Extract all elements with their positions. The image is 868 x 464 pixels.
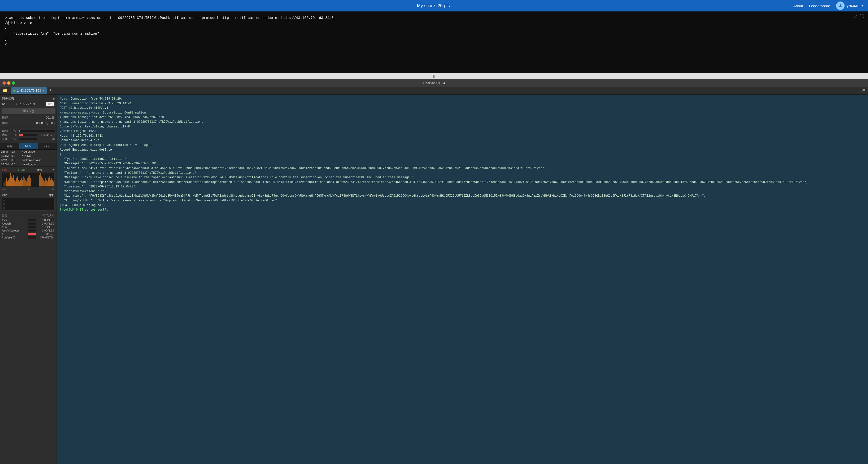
- terminal-prompt: >: [5, 41, 863, 47]
- terminal-line: "Signature" : "F9V8C8XfPsS8sgDiGiVSxzLE/…: [60, 194, 865, 198]
- grid-icon[interactable]: ⊞: [861, 88, 867, 93]
- cpu-percent: 3%: [12, 129, 18, 132]
- disk-size: 1.7G/1.9G: [37, 226, 55, 229]
- terminal-log[interactable]: Ncat: Connection from 54.239.98.29.Ncat:…: [57, 95, 868, 464]
- separator-icon: ⇅: [433, 74, 436, 79]
- net-chart-bar: [19, 181, 20, 187]
- expand-icon[interactable]: ⤢: [854, 14, 858, 20]
- net-chart-bar: [36, 180, 36, 187]
- proc-name: barad_agent: [22, 163, 56, 166]
- latency-value: 0ms: [2, 193, 7, 197]
- disk-path: /: [2, 232, 27, 235]
- user-menu[interactable]: yaxuan ▾: [836, 1, 863, 10]
- net-chart-bar: [44, 181, 44, 187]
- disk-header: 路径 可用/大小: [2, 214, 55, 218]
- folder-icon[interactable]: 📁: [1, 88, 9, 93]
- net-chart-bar: [6, 178, 6, 187]
- net-stats-row: ↑4K ↓7988 eth0 ▾: [2, 168, 55, 171]
- net-chart-bar: [26, 181, 27, 187]
- terminal-line: POST /@tbic.wiz.io HTTP/1.1: [60, 106, 865, 110]
- status-row: 同步状态: [2, 96, 55, 101]
- cpu-label: CPU: [2, 129, 11, 132]
- ip-value: 43.155.79.163: [16, 103, 35, 106]
- uptime-label: 运行: [2, 116, 8, 120]
- net-dropdown-icon[interactable]: ▾: [53, 168, 55, 171]
- load-value: 0.00, 0.03, 0.05: [34, 122, 55, 125]
- net-chart-bar: [43, 180, 43, 187]
- terminal-line: Ncat: Connection from 54.239.98.29:14141…: [60, 101, 865, 106]
- disk-bar-wrap: [28, 226, 36, 228]
- proc-cpu: 1.7: [11, 150, 22, 153]
- net-chart-bar: [20, 180, 21, 187]
- terminal-line: Connection: Keep-Alive: [60, 138, 865, 143]
- disk-path: /dev: [2, 219, 27, 222]
- terminal-line: "Message" : "You have chosen to subscrib…: [60, 175, 865, 180]
- tab-item-1[interactable]: 1 43.155.79.163 ✕: [11, 87, 47, 94]
- tab-close-button[interactable]: ✕: [42, 89, 44, 92]
- status-indicator: [53, 98, 55, 100]
- mem-bar: [19, 134, 23, 136]
- net-chart-bar: [12, 178, 13, 187]
- disk-path: /dev/shm: [2, 222, 27, 225]
- proc-mem: 15.3M: [1, 163, 11, 166]
- proc-tab-cmd[interactable]: 命令: [38, 143, 57, 150]
- copy-ip-button[interactable]: 复制: [46, 102, 55, 106]
- mem-bar-wrap: [19, 134, 37, 136]
- terminal-line: "MessageId" : "d2da2f55-3bf2-4233-8507-7…: [60, 161, 865, 166]
- net-chart-bar: [48, 178, 49, 187]
- terminal-toolbar: ⤢ ⛶: [854, 14, 864, 20]
- terminal-line: "TopicArn" : "arn:aws:sns:us-east-1:0922…: [60, 171, 865, 175]
- net-chart-bar: [34, 176, 34, 187]
- tab-add-button[interactable]: +: [48, 88, 53, 93]
- disk-size: 0/9.7G: [37, 232, 55, 235]
- proc-tab-cpu[interactable]: CPU: [19, 143, 38, 150]
- net-chart-bar: [27, 178, 28, 187]
- net-scale-9k: 9K: [27, 188, 30, 191]
- nav-right: About Leaderboard yaxuan ▾: [793, 1, 863, 10]
- process-item: 15.1M0.3YDLive: [0, 154, 57, 158]
- net-chart-bar: [18, 180, 19, 187]
- disk-size: 1.9G/1.9G: [37, 222, 55, 225]
- fullscreen-icon[interactable]: ⛶: [860, 14, 864, 20]
- net-chart-bar: [5, 180, 5, 187]
- about-link[interactable]: About: [793, 4, 803, 8]
- network-chart-bars: [2, 172, 54, 187]
- window-maximize-button[interactable]: [12, 81, 15, 85]
- window-buttons: [2, 81, 15, 85]
- net-chart-bar: [14, 180, 15, 187]
- disk-item: /run/user/0 378M/378M: [2, 236, 55, 239]
- mem-value: 802M/3.7G: [38, 133, 55, 136]
- disk-bar-fill: [28, 219, 28, 221]
- window-close-button[interactable]: [2, 81, 6, 85]
- disk-size-header: 可用/大小: [43, 214, 55, 218]
- latency-section: 0ms 本机 0 0 0: [0, 192, 57, 213]
- proc-mem: 8.2M: [1, 159, 11, 162]
- status-label: 同步状态: [2, 97, 14, 101]
- mem-label: 内存: [2, 133, 11, 137]
- net-chart-bar: [16, 178, 17, 187]
- window-minimize-button[interactable]: [7, 81, 10, 85]
- tab-number: 1: [17, 89, 19, 92]
- net-chart-bar: [45, 178, 45, 187]
- swap-label: 交换: [2, 137, 11, 141]
- terminal-line: "Type" : "SubscriptionConfirmation",: [60, 157, 865, 162]
- latency-chart: 0 0 0: [2, 198, 55, 210]
- net-chart-bar: [9, 178, 10, 187]
- proc-mem: 168M: [1, 150, 11, 153]
- disk-size: 1.9G/1.9G: [37, 229, 55, 232]
- net-chart-bar: [47, 181, 48, 187]
- sys-info-button[interactable]: 系统信息: [2, 108, 55, 114]
- terminal-line: "SigningCertURL" : "https://sns.us-east-…: [60, 198, 865, 203]
- terminal-output-line2: "SubscriptionArn": "pending confirmation…: [5, 31, 863, 36]
- net-chart-bar: [32, 180, 32, 187]
- proc-tab-mem[interactable]: 内存: [0, 143, 19, 150]
- net-chart-bar: [53, 181, 54, 187]
- disk-item: /sys/fs/cgroup 1.9G/1.9G: [2, 229, 55, 232]
- finalshell-window: FinalShell 3.9.4 📁 1 43.155.79.163 ✕ + ⊞…: [0, 79, 868, 464]
- chevron-down-icon: ▾: [862, 4, 863, 7]
- terminal-line: "Token" : "2336412f37fb687f5d51e6e2425c4…: [60, 166, 865, 171]
- net-chart-bar: [46, 180, 46, 187]
- leaderboard-link[interactable]: Leaderboard: [809, 4, 830, 8]
- net-chart-bar: [15, 181, 16, 187]
- disk-bar-fill: [28, 233, 36, 235]
